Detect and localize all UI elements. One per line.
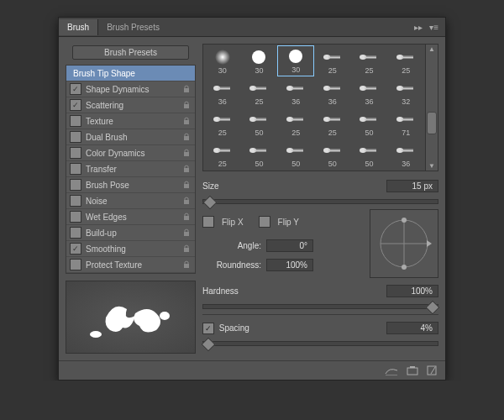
brush-thumb[interactable]: 25: [277, 108, 314, 139]
scroll-down-icon[interactable]: ▼: [426, 162, 438, 170]
lock-icon[interactable]: [183, 181, 190, 189]
lock-icon[interactable]: [183, 244, 190, 253]
option-protect-texture[interactable]: Protect Texture: [66, 257, 195, 273]
new-brush-icon[interactable]: [407, 365, 418, 375]
spacing-checkbox[interactable]: ✓: [202, 323, 214, 334]
spacing-input[interactable]: 4%: [386, 322, 438, 334]
option-transfer[interactable]: Transfer: [66, 161, 195, 177]
option-shape-dynamics[interactable]: ✓Shape Dynamics: [66, 81, 195, 97]
brush-thumb[interactable]: 50: [314, 139, 351, 170]
brush-thumb[interactable]: 50: [241, 108, 278, 139]
brush-thumb[interactable]: 25: [351, 45, 388, 76]
svg-point-15: [215, 50, 230, 65]
hardness-slider[interactable]: [202, 304, 438, 309]
svg-rect-46: [410, 366, 415, 368]
brush-tip-icon: [247, 110, 270, 129]
lock-icon[interactable]: [183, 213, 190, 221]
checkbox-icon[interactable]: ✓: [70, 83, 81, 95]
scroll-up-icon[interactable]: ▲: [426, 45, 438, 53]
lock-icon[interactable]: [183, 228, 190, 237]
collapse-icon[interactable]: ▸▸: [414, 23, 423, 32]
option-brush-pose[interactable]: Brush Pose: [66, 177, 195, 193]
option-dual-brush[interactable]: Dual Brush: [66, 129, 195, 145]
brush-thumb[interactable]: 50: [277, 139, 314, 170]
lock-icon[interactable]: [183, 165, 190, 173]
scrollbar[interactable]: ▲ ▼: [425, 45, 438, 171]
scroll-thumb[interactable]: [427, 112, 437, 134]
flipy-checkbox[interactable]: [259, 216, 270, 228]
brush-thumb[interactable]: 36: [204, 76, 241, 108]
checkbox-icon[interactable]: [70, 163, 81, 175]
hardness-input[interactable]: 100%: [386, 285, 438, 297]
brush-thumb[interactable]: 25: [387, 45, 424, 76]
svg-point-14: [160, 312, 170, 320]
lock-icon[interactable]: [183, 149, 190, 157]
angle-dial[interactable]: [370, 209, 438, 278]
thumb-size: 71: [402, 129, 410, 137]
brush-thumb[interactable]: 71: [387, 108, 424, 139]
option-color-dynamics[interactable]: Color Dynamics: [66, 145, 195, 161]
checkbox-icon[interactable]: [70, 179, 81, 191]
option-texture[interactable]: Texture: [66, 113, 195, 129]
checkbox-icon[interactable]: [70, 195, 81, 207]
brush-thumb[interactable]: 30: [241, 45, 278, 76]
lock-icon[interactable]: [183, 260, 190, 269]
option-scattering[interactable]: ✓Scattering: [66, 97, 195, 113]
checkbox-icon[interactable]: [70, 259, 81, 270]
checkbox-icon[interactable]: [70, 227, 81, 239]
size-slider[interactable]: [202, 199, 438, 204]
checkbox-icon[interactable]: [70, 211, 81, 223]
brush-thumb[interactable]: 25: [204, 108, 241, 139]
option-wet-edges[interactable]: Wet Edges: [66, 209, 195, 225]
spacing-slider[interactable]: [202, 341, 438, 346]
brush-thumb[interactable]: 30: [204, 45, 241, 76]
brush-thumb[interactable]: 50: [241, 139, 278, 170]
menu-icon[interactable]: ▾≡: [429, 23, 438, 32]
option-build-up[interactable]: Build-up: [66, 225, 195, 241]
checkbox-icon[interactable]: ✓: [70, 243, 81, 255]
lock-icon[interactable]: [183, 85, 190, 93]
flipx-label: Flip X: [222, 218, 244, 227]
thumb-size: 50: [328, 160, 337, 168]
brush-presets-button[interactable]: Brush Presets: [72, 45, 189, 60]
brush-tip-icon: [357, 79, 381, 97]
brush-thumb[interactable]: 36: [314, 76, 351, 108]
brush-thumb[interactable]: 25: [204, 139, 241, 170]
brush-tip-icon: [321, 141, 344, 160]
lock-icon[interactable]: [183, 101, 190, 109]
svg-rect-4: [184, 152, 189, 156]
svg-rect-1: [184, 104, 189, 108]
brush-thumb[interactable]: 25: [241, 76, 278, 108]
checkbox-icon[interactable]: [70, 131, 81, 143]
brush-tip-icon: [394, 79, 417, 97]
brush-thumb[interactable]: 25: [314, 108, 351, 139]
brush-thumb[interactable]: 36: [277, 76, 314, 108]
angle-input[interactable]: 0°: [266, 239, 313, 252]
brush-thumb[interactable]: 50: [351, 108, 388, 139]
option-label: Brush Pose: [86, 181, 183, 190]
checkbox-icon[interactable]: ✓: [70, 99, 81, 111]
lock-icon[interactable]: [183, 197, 190, 205]
checkbox-icon[interactable]: [70, 115, 81, 127]
brush-thumb[interactable]: 30: [277, 45, 314, 76]
brush-thumb[interactable]: 36: [387, 139, 424, 170]
size-input[interactable]: 15 px: [386, 180, 438, 192]
flipx-checkbox[interactable]: [202, 216, 214, 228]
checkbox-icon[interactable]: [70, 147, 81, 159]
option-brush-tip-shape[interactable]: Brush Tip Shape: [66, 66, 195, 81]
tab-brush-presets[interactable]: Brush Presets: [98, 19, 168, 35]
toggle-preview-icon[interactable]: [385, 365, 398, 375]
create-brush-icon[interactable]: [427, 365, 437, 375]
lock-icon[interactable]: [183, 133, 190, 141]
brush-thumb[interactable]: 50: [351, 139, 388, 170]
tab-brush[interactable]: Brush: [59, 19, 98, 35]
lock-icon[interactable]: [183, 117, 190, 125]
brush-thumb[interactable]: 32: [387, 76, 424, 108]
option-smoothing[interactable]: ✓Smoothing: [66, 241, 195, 257]
brush-thumb[interactable]: 25: [314, 45, 351, 76]
option-noise[interactable]: Noise: [66, 193, 195, 209]
brush-thumb[interactable]: 36: [351, 76, 388, 108]
brush-tip-icon: [247, 48, 270, 66]
roundness-input[interactable]: 100%: [266, 259, 313, 271]
brush-tip-icon: [247, 79, 270, 97]
